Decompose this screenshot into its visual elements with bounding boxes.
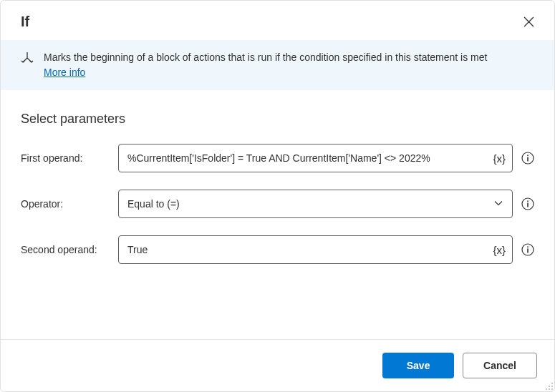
section-title: Select parameters xyxy=(21,112,534,127)
svg-point-12 xyxy=(546,388,547,390)
svg-point-4 xyxy=(527,200,529,202)
second-operand-input-wrapper: {x} xyxy=(118,235,513,264)
second-operand-input[interactable] xyxy=(118,235,513,264)
svg-rect-5 xyxy=(527,203,529,207)
first-operand-info-icon[interactable] xyxy=(521,152,534,165)
svg-point-11 xyxy=(551,386,553,387)
banner-text: Marks the beginning of a block of action… xyxy=(44,50,487,80)
dialog-header: If xyxy=(1,1,554,40)
svg-point-1 xyxy=(527,155,529,156)
dialog-body: Select parameters First operand: {x} Ope… xyxy=(1,90,554,339)
second-operand-label: Second operand: xyxy=(21,244,110,255)
info-banner: Marks the beginning of a block of action… xyxy=(1,40,554,90)
svg-rect-2 xyxy=(527,157,529,162)
operator-label: Operator: xyxy=(21,198,110,210)
if-dialog: If Marks the beginning of a block of act… xyxy=(0,0,555,392)
first-operand-label: First operand: xyxy=(21,152,110,164)
second-operand-info-icon[interactable] xyxy=(521,243,534,256)
operator-value: Equal to (=) xyxy=(127,198,180,210)
operator-row: Operator: Equal to (=) xyxy=(21,190,534,218)
branch-icon xyxy=(21,52,34,68)
svg-rect-8 xyxy=(527,249,529,253)
first-operand-input[interactable] xyxy=(118,144,513,172)
svg-point-14 xyxy=(551,388,553,390)
operator-info-icon[interactable] xyxy=(521,197,534,210)
operator-input-wrapper: Equal to (=) xyxy=(118,190,513,218)
operator-select[interactable]: Equal to (=) xyxy=(118,190,513,218)
svg-point-13 xyxy=(549,388,550,390)
chevron-down-icon xyxy=(493,198,503,210)
dialog-footer: Save Cancel xyxy=(1,339,554,391)
svg-point-10 xyxy=(549,386,550,387)
more-info-link[interactable]: More info xyxy=(44,67,85,78)
close-icon xyxy=(523,16,534,27)
variable-picker-icon[interactable]: {x} xyxy=(493,244,506,256)
svg-point-7 xyxy=(527,246,529,248)
second-operand-row: Second operand: {x} xyxy=(21,235,534,264)
variable-picker-icon[interactable]: {x} xyxy=(493,152,506,165)
resize-grip-icon[interactable] xyxy=(544,381,554,391)
close-button[interactable] xyxy=(521,14,537,30)
first-operand-row: First operand: {x} xyxy=(21,144,534,172)
first-operand-input-wrapper: {x} xyxy=(118,144,513,172)
save-button[interactable]: Save xyxy=(382,353,454,378)
svg-point-9 xyxy=(551,383,553,384)
cancel-button[interactable]: Cancel xyxy=(463,353,537,378)
dialog-title: If xyxy=(21,14,29,30)
banner-description: Marks the beginning of a block of action… xyxy=(44,52,487,63)
